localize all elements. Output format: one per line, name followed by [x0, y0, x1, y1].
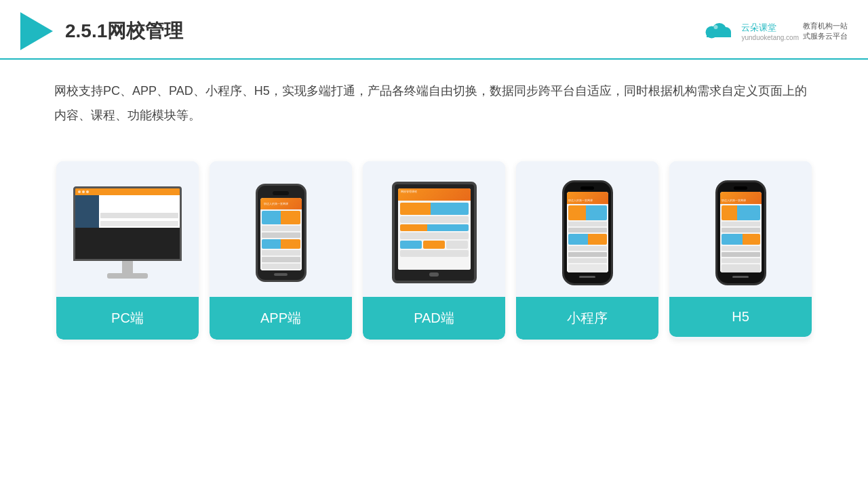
- cloud-icon: [696, 21, 737, 41]
- card-app-image: 职达人的第一堂网课: [210, 161, 352, 297]
- h5-phone-icon: 职达人的第一堂网课: [715, 180, 766, 285]
- brand-name: 云朵课堂: [741, 22, 776, 34]
- description-paragraph: 网校支持PC、APP、PAD、小程序、H5，实现多端打通，产品各终端自由切换，数…: [54, 79, 814, 127]
- logo-triangle-icon: [20, 12, 53, 50]
- svg-point-4: [714, 25, 718, 29]
- pc-monitor-icon: 网校管理: [73, 186, 182, 279]
- card-app-label: APP端: [210, 297, 352, 340]
- card-app: 职达人的第一堂网课 APP端: [210, 161, 352, 340]
- card-pad-image: 网校管理课程: [363, 161, 505, 297]
- card-pad-label: PAD端: [363, 297, 505, 340]
- card-h5: 职达人的第一堂网课 H5: [669, 161, 812, 340]
- card-miniapp-label: 小程序: [516, 297, 658, 340]
- miniapp-phone-icon: 职达人的第一堂网课: [562, 180, 613, 285]
- svg-rect-3: [707, 33, 731, 38]
- brand-url: yunduoketang.com: [741, 34, 799, 41]
- card-miniapp: 职达人的第一堂网课 小程序: [516, 161, 658, 340]
- app-phone-icon: 职达人的第一堂网课: [256, 184, 307, 282]
- brand-slogan: 教育机构一站 式服务云平台: [803, 21, 848, 42]
- cards-container: 网校管理 PC: [0, 141, 868, 360]
- pad-tablet-icon: 网校管理课程: [392, 182, 477, 283]
- header-left: 2.5.1网校管理: [20, 12, 183, 50]
- description-text: 网校支持PC、APP、PAD、小程序、H5，实现多端打通，产品各终端自由切换，数…: [0, 60, 868, 134]
- card-h5-label: H5: [669, 297, 812, 337]
- card-pad: 网校管理课程: [363, 161, 505, 340]
- card-pc-label: PC端: [56, 297, 199, 340]
- card-pc-image: 网校管理: [56, 161, 199, 297]
- card-pc: 网校管理 PC: [56, 161, 199, 340]
- card-miniapp-image: 职达人的第一堂网课: [516, 161, 658, 297]
- page-title: 2.5.1网校管理: [65, 18, 183, 44]
- brand-logo: 云朵课堂 yunduoketang.com 教育机构一站 式服务云平台: [696, 21, 848, 42]
- brand-icon: 云朵课堂 yunduoketang.com 教育机构一站 式服务云平台: [696, 21, 848, 42]
- header: 2.5.1网校管理 云朵课堂 yunduoketang.com 教育机构一站 式…: [0, 0, 868, 60]
- card-h5-image: 职达人的第一堂网课: [669, 161, 812, 297]
